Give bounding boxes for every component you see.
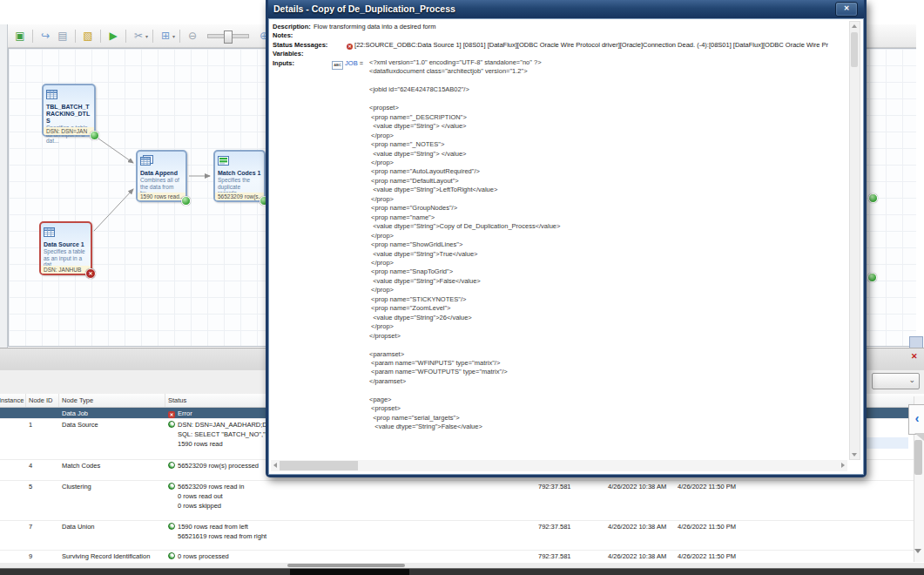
xml-line: <propset> bbox=[369, 404, 560, 413]
xml-line: </prop> bbox=[369, 232, 560, 240]
scroll-down-arrow-icon[interactable] bbox=[914, 549, 921, 553]
xml-line: <prop name="GroupNodes"/> bbox=[369, 204, 560, 213]
dialog-horizontal-scrollbar[interactable] bbox=[271, 460, 847, 471]
toolbar-separator bbox=[100, 30, 101, 43]
table-scrollbar-thumb[interactable] bbox=[914, 440, 922, 475]
cell-end-time: 4/26/2022 11:50 PM bbox=[675, 551, 745, 563]
zoom-slider-thumb[interactable] bbox=[224, 30, 233, 44]
export-icon[interactable]: ↪ bbox=[37, 28, 53, 44]
cut-nodes-icon[interactable]: ✂ bbox=[131, 28, 146, 44]
dialog-body: Description: Flow transforming data into… bbox=[268, 18, 864, 475]
flow-node[interactable]: Match Codes 1Specifies the duplicate rec… bbox=[213, 150, 266, 202]
dialog-hscroll-thumb[interactable] bbox=[280, 461, 358, 470]
new-folder-icon[interactable]: ▧ bbox=[80, 28, 96, 44]
cell-node-id bbox=[26, 408, 59, 418]
flow-connector bbox=[98, 139, 133, 163]
dialog-title: Details - Copy of De_Duplication_Process bbox=[268, 0, 864, 18]
run-job-icon[interactable]: ▶ bbox=[105, 28, 121, 44]
zoom-slider[interactable] bbox=[207, 34, 249, 38]
cell-instance bbox=[0, 419, 26, 459]
xml-line: <value dtype="String"> </value> bbox=[369, 122, 560, 131]
status-line: 1590 rows read from left bbox=[168, 522, 536, 531]
append-icon bbox=[140, 153, 153, 168]
log-filter-combobox[interactable]: ⌄ bbox=[872, 373, 920, 389]
xml-line: </prop> bbox=[369, 159, 560, 167]
table-row[interactable]: 7Data Union1590 rows read from left56521… bbox=[0, 521, 924, 551]
node-title: Match Codes 1 bbox=[218, 170, 261, 177]
job-variable-link[interactable]: JOB bbox=[345, 59, 358, 67]
node-title: TBL_BATCH_TRACKING_DTLS bbox=[46, 104, 91, 125]
column-header-node-type[interactable]: Node Type bbox=[59, 394, 165, 407]
cut-nodes-dropdown-icon[interactable]: ▾ bbox=[145, 33, 148, 39]
dialog-vertical-scrollbar[interactable] bbox=[849, 21, 860, 460]
flow-node[interactable]: Data Source 1Specifies a table as an inp… bbox=[39, 221, 92, 275]
scroll-up-arrow-icon[interactable] bbox=[852, 24, 857, 28]
description-label: Description: bbox=[273, 23, 311, 30]
column-header-node-id[interactable]: Node ID bbox=[26, 394, 59, 407]
status-messages-row: ✕ [22:SOURCE_ODBC:Data Source 1] [08S01]… bbox=[347, 41, 828, 50]
cell-status: 0 rows processed bbox=[165, 551, 536, 563]
xml-line: <paramset> bbox=[369, 350, 560, 359]
scroll-left-arrow-icon[interactable] bbox=[273, 463, 277, 468]
xml-line: <jobid id="624E42478C15AB02"/> bbox=[369, 85, 560, 94]
cell-start-time: 4/26/2022 10:38 AM bbox=[605, 521, 675, 550]
flow-node[interactable]: Data AppendCombines all of the data from… bbox=[136, 150, 187, 202]
xml-line: <value dtype="String"> </value> bbox=[369, 150, 560, 159]
toolbar-separator bbox=[179, 30, 180, 43]
status-line: 0 rows processed bbox=[168, 551, 536, 561]
xml-line: </propset> bbox=[369, 332, 560, 341]
cell-node-type: Data Source bbox=[59, 419, 165, 459]
inputs-label: Inputs: bbox=[273, 59, 294, 67]
cell-node-type: Data Union bbox=[59, 521, 165, 550]
xml-line: <propset> bbox=[369, 104, 560, 112]
table-row[interactable]: 5Clustering56523209 rows read in0 rows r… bbox=[0, 481, 924, 521]
ok-icon bbox=[168, 483, 175, 490]
dialog-vscroll-thumb[interactable] bbox=[851, 32, 858, 67]
scroll-down-arrow-icon[interactable] bbox=[852, 453, 857, 457]
description-value: Flow transforming data into a desired fo… bbox=[314, 23, 435, 30]
cell-instance bbox=[0, 521, 26, 550]
toolbar-separator bbox=[32, 30, 33, 43]
xml-line bbox=[369, 386, 560, 395]
scroll-right-arrow-icon[interactable] bbox=[841, 463, 845, 468]
xml-line: <prop name="STICKYNOTES"/> bbox=[369, 295, 560, 304]
string-type-icon: ABC bbox=[332, 61, 343, 70]
column-header-instance[interactable]: Instance bbox=[0, 394, 26, 407]
xml-line: </prop> bbox=[369, 195, 560, 204]
xml-line: <prop name="AutoLayoutRequired"/> bbox=[369, 167, 560, 176]
cell-status: 56523209 rows read in0 rows read out0 ro… bbox=[165, 481, 536, 520]
cell-node-id: 5 bbox=[26, 481, 59, 520]
cell-node-id: 9 bbox=[26, 551, 59, 563]
status-messages-label: Status Messages: bbox=[273, 41, 327, 49]
xml-line bbox=[369, 341, 560, 349]
auto-layout-icon[interactable]: ⊞ bbox=[158, 28, 173, 44]
match-icon bbox=[218, 153, 229, 168]
left-panel-edge bbox=[0, 24, 8, 394]
flyout-fold-decoration bbox=[914, 433, 924, 441]
run-history-icon[interactable]: ▤ bbox=[55, 28, 71, 44]
dialog-close-button[interactable]: ✕ bbox=[835, 2, 858, 17]
table-row[interactable]: 9Surviving Record Identification0 rows p… bbox=[0, 551, 924, 564]
xml-line: </prop> bbox=[369, 322, 560, 331]
cell-instance bbox=[0, 481, 26, 520]
auto-layout-dropdown-icon[interactable]: ▾ bbox=[172, 33, 175, 39]
flow-node[interactable]: TBL_BATCH_TRACKING_DTLSSpecifies a table… bbox=[42, 84, 96, 137]
xml-line: <prop name="DefaultLayout"> bbox=[369, 177, 560, 186]
horizontal-scrollbar-thumb[interactable] bbox=[287, 564, 405, 567]
equals-sign: = bbox=[360, 59, 363, 67]
status-line: 56523209 rows read in bbox=[168, 482, 536, 491]
log-viewer-icon[interactable]: ▣ bbox=[12, 28, 28, 44]
toolbar-separator bbox=[75, 30, 76, 43]
bottom-bar-segment bbox=[290, 569, 409, 575]
zoom-out-icon[interactable]: ⊖ bbox=[185, 28, 200, 44]
close-panel-icon[interactable]: ✕ bbox=[911, 352, 918, 361]
table-icon bbox=[46, 87, 57, 102]
job-xml-content: <?xml version="1.0" encoding="UTF-8" sta… bbox=[369, 58, 560, 432]
xml-line: </prop> bbox=[369, 259, 560, 267]
node-success-badge bbox=[868, 193, 878, 203]
xml-line: <value dtype="String">26</value> bbox=[369, 314, 560, 322]
expand-panel-button[interactable]: ‹ bbox=[908, 404, 924, 435]
xml-line: <page> bbox=[369, 396, 560, 404]
xml-line bbox=[369, 95, 560, 104]
table-icon bbox=[44, 225, 55, 240]
